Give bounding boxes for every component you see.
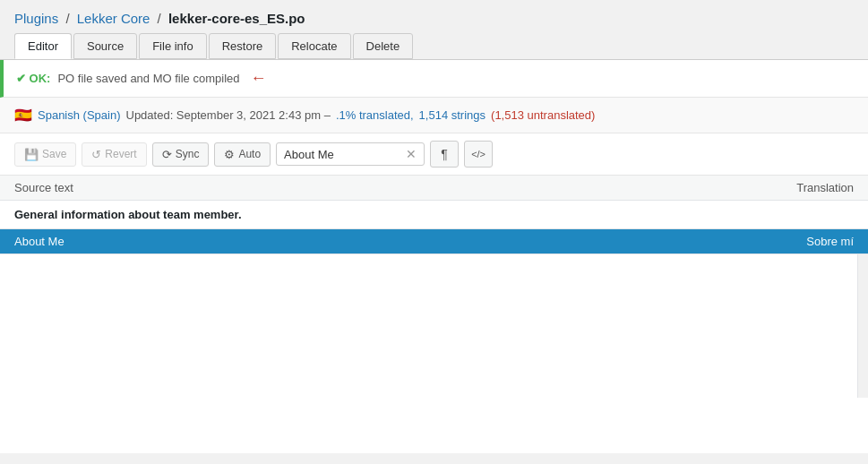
tab-relocate[interactable]: Relocate xyxy=(278,33,350,59)
sync-icon: ⟳ xyxy=(162,148,172,161)
scrollbar[interactable] xyxy=(857,254,868,398)
code-icon: </> xyxy=(471,149,486,159)
translation-header: Translation xyxy=(746,181,854,194)
source-text-header: Source text xyxy=(14,181,746,194)
auto-button[interactable]: ⚙ Auto xyxy=(214,142,271,167)
revert-icon: ↺ xyxy=(91,148,101,161)
locale-updated: Updated: September 3, 2021 2:43 pm – xyxy=(126,108,331,122)
breadcrumb-lekker-core[interactable]: Lekker Core xyxy=(77,11,150,26)
table-row[interactable]: About Me Sobre mí xyxy=(0,229,868,254)
save-button[interactable]: 💾 Save xyxy=(14,142,76,167)
breadcrumb: Plugins / Lekker Core / lekker-core-es_E… xyxy=(0,0,868,33)
breadcrumb-file: lekker-core-es_ES.po xyxy=(168,11,305,26)
tab-fileinfo[interactable]: File info xyxy=(139,33,207,59)
tab-source[interactable]: Source xyxy=(73,33,137,59)
row-source: About Me xyxy=(14,235,746,248)
locale-translated-pct: .1% translated, xyxy=(336,108,414,122)
pilcrow-icon: ¶ xyxy=(441,147,448,161)
table-container: Source text Translation General informat… xyxy=(0,176,868,398)
tab-bar: Editor Source File info Restore Relocate… xyxy=(0,33,868,59)
tab-restore[interactable]: Restore xyxy=(209,33,277,59)
save-icon: 💾 xyxy=(24,148,39,161)
clear-search-button[interactable]: ✕ xyxy=(406,147,417,161)
notice-bar: ✔ OK: PO file saved and MO file compiled… xyxy=(0,60,868,98)
content-area: ✔ OK: PO file saved and MO file compiled… xyxy=(0,59,868,453)
breadcrumb-sep2: / xyxy=(158,11,161,26)
locale-flag: 🇪🇸 xyxy=(14,107,32,124)
table-header: Source text Translation xyxy=(0,176,868,201)
breadcrumb-plugins[interactable]: Plugins xyxy=(14,11,58,26)
empty-table-area xyxy=(0,254,868,398)
locale-untranslated: (1,513 untranslated) xyxy=(491,108,595,122)
sync-label: Sync xyxy=(176,148,200,160)
breadcrumb-sep1: / xyxy=(65,11,69,26)
group-header: General information about team member. xyxy=(0,201,868,229)
revert-label: Revert xyxy=(105,148,136,160)
save-label: Save xyxy=(42,148,66,160)
auto-label: Auto xyxy=(238,148,261,160)
revert-button[interactable]: ↺ Revert xyxy=(82,142,146,167)
search-input[interactable] xyxy=(284,148,400,161)
auto-icon: ⚙ xyxy=(224,148,235,161)
notice-arrow: ← xyxy=(251,69,267,88)
tab-editor[interactable]: Editor xyxy=(14,33,72,59)
locale-strings-count: 1,514 strings xyxy=(419,108,486,122)
notice-ok-label: ✔ OK: xyxy=(16,72,50,85)
locale-bar: 🇪🇸 Spanish (Spain) Updated: September 3,… xyxy=(0,98,868,133)
row-translation: Sobre mí xyxy=(746,235,854,248)
toolbar: 💾 Save ↺ Revert ⟳ Sync ⚙ Auto ✕ ¶ </> xyxy=(0,133,868,176)
locale-name: Spanish (Spain) xyxy=(38,108,121,122)
tab-delete[interactable]: Delete xyxy=(353,33,414,59)
sync-button[interactable]: ⟳ Sync xyxy=(152,142,210,167)
pilcrow-button[interactable]: ¶ xyxy=(430,141,459,168)
code-button[interactable]: </> xyxy=(464,141,493,168)
search-box: ✕ xyxy=(276,142,425,166)
notice-message: PO file saved and MO file compiled xyxy=(57,72,239,85)
